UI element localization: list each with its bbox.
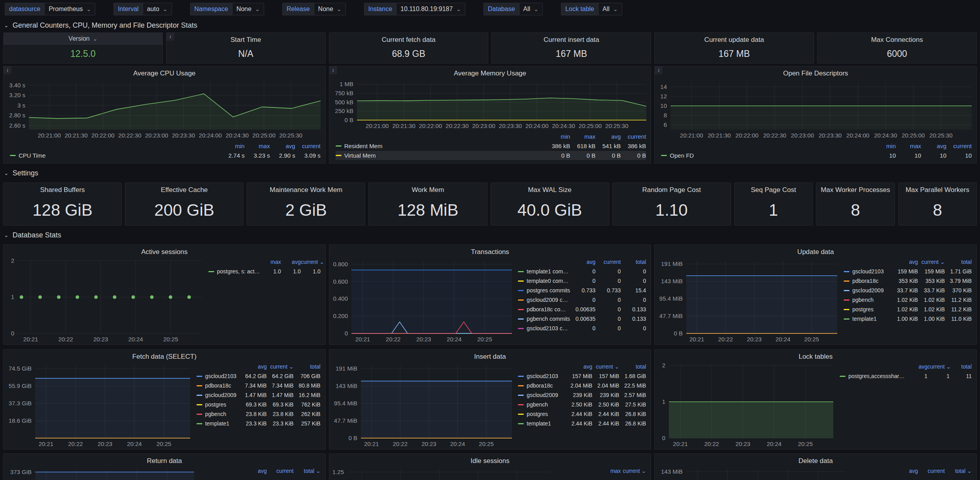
- legend-series-postgres[interactable]: postgres: [844, 305, 891, 314]
- legend-column-max[interactable]: max: [570, 132, 595, 141]
- legend-column-avg[interactable]: avg: [240, 362, 267, 371]
- info-icon[interactable]: i: [4, 66, 11, 74]
- idle-sessions-chart[interactable]: 1.2520:2120:2220:2320:2420:25: [329, 466, 556, 480]
- var-namespace-dropdown[interactable]: None⌄: [232, 3, 264, 15]
- legend-series-gscloud2103[interactable]: gscloud2103: [844, 267, 891, 276]
- legend-column-avg[interactable]: avg: [905, 362, 927, 371]
- legend-column-current[interactable]: current ⌄: [301, 258, 321, 267]
- legend-series-cpu-time[interactable]: CPU Time: [10, 151, 219, 160]
- legend-series-postgres-commits[interactable]: postgres commits: [518, 286, 570, 295]
- legend-series-postgres-s-active[interactable]: postgres, s: active: [208, 267, 261, 276]
- delete-data-chart[interactable]: 143 MiB20:2120:2220:2320:2420:25: [655, 466, 850, 480]
- legend-column-max[interactable]: max: [595, 467, 621, 476]
- legend-series-postgres-accesssharelock[interactable]: postgres,accesssharelock: [840, 372, 905, 381]
- legend-column-total[interactable]: total ⌄: [294, 467, 321, 476]
- legend-column-avg[interactable]: avg: [270, 141, 295, 151]
- legend-series-gscloud2009[interactable]: gscloud2009: [518, 391, 565, 400]
- row-header-settings[interactable]: ⌄ Settings: [0, 164, 980, 183]
- legend-column-avg[interactable]: avg: [565, 362, 592, 371]
- legend-series-gscloud2009-commits[interactable]: gscloud2009 commits: [518, 296, 570, 305]
- legend-series-pgbench[interactable]: pgbench: [844, 296, 891, 305]
- legend-column-current[interactable]: current ⌄: [927, 362, 950, 371]
- legend-column-current[interactable]: current: [918, 467, 945, 476]
- legend-column-avg[interactable]: avg: [891, 258, 918, 267]
- legend-column-total[interactable]: total: [950, 362, 972, 371]
- legend-series-template1-commits[interactable]: template1 commits: [518, 267, 570, 276]
- legend-column-min[interactable]: min: [870, 141, 896, 151]
- legend-series-gscloud2103[interactable]: gscloud2103: [518, 372, 565, 381]
- series-color-swatch: [518, 290, 524, 291]
- legend-series-template0-commits[interactable]: template0 commits: [518, 277, 570, 286]
- fetch-data-chart[interactable]: 18.6 GiB37.3 GiB55.9 GiB74.5 GiB20:2120:…: [4, 361, 195, 449]
- var-interval-dropdown[interactable]: auto⌄: [143, 3, 172, 15]
- legend-column-current[interactable]: current: [621, 132, 646, 141]
- memory-usage-chart[interactable]: 0 B250 kB500 kB750 kB1 MB20:21:0020:21:3…: [329, 78, 651, 131]
- info-icon[interactable]: i: [166, 33, 174, 41]
- legend-series-pdbora18c[interactable]: pdbora18c: [844, 277, 891, 286]
- legend-column-max[interactable]: max: [245, 141, 270, 151]
- legend-column-min[interactable]: min: [219, 141, 245, 151]
- update-data-chart[interactable]: 0 B47.7 MiB95.4 MiB143 MiB191 MiB20:2120…: [655, 257, 842, 344]
- legend-series-pdbora18c[interactable]: pdbora18c: [196, 381, 240, 390]
- legend-series-gscloud2103-commits[interactable]: gscloud2103 commits: [518, 324, 570, 333]
- legend-column-max[interactable]: max: [896, 141, 921, 151]
- info-icon[interactable]: i: [329, 66, 337, 74]
- var-instance-dropdown[interactable]: 10.110.80.19:9187⌄: [396, 3, 465, 15]
- legend-value: 262 KiB: [294, 410, 321, 419]
- legend-series-open-fd[interactable]: Open FD: [661, 151, 870, 160]
- legend-series-postgres[interactable]: postgres: [196, 400, 240, 409]
- legend-series-pgbench[interactable]: pgbench: [196, 410, 240, 419]
- legend-column-current[interactable]: current ⌄: [621, 467, 646, 476]
- legend-column-current[interactable]: current ⌄: [592, 362, 619, 371]
- var-lock-table-dropdown[interactable]: All⌄: [598, 3, 622, 15]
- cpu-usage-legend: minmaxavgcurrentCPU Time2.74 s3.23 s2.90…: [4, 141, 325, 163]
- legend-column-total[interactable]: total: [619, 362, 646, 371]
- return-data-chart[interactable]: 373 GiB20:2120:2220:2320:2420:25: [4, 466, 199, 480]
- legend-series-postgres[interactable]: postgres: [518, 410, 565, 419]
- legend-series-gscloud2009[interactable]: gscloud2009: [844, 286, 891, 295]
- legend-column-current[interactable]: current: [267, 467, 294, 476]
- insert-data-chart[interactable]: 0 B47.7 MiB95.4 MiB143 MiB191 MiB20:2120…: [329, 361, 517, 449]
- legend-series-virtual-mem[interactable]: Virtual Mem: [336, 151, 545, 160]
- legend-series-template1[interactable]: template1: [518, 419, 565, 428]
- transactions-chart[interactable]: 00.2000.4000.6000.80020:2120:2220:2320:2…: [329, 257, 517, 344]
- var-release-dropdown[interactable]: None⌄: [314, 3, 346, 15]
- legend-series-pgbench-commits[interactable]: pgbench commits: [518, 314, 570, 324]
- legend-column-current[interactable]: current ⌄: [918, 258, 945, 267]
- version-dropdown[interactable]: Version⌄: [4, 33, 162, 45]
- legend-column-avg[interactable]: avg: [570, 258, 595, 267]
- var-datasource-dropdown[interactable]: Prometheus⌄: [44, 3, 95, 15]
- legend-column-avg[interactable]: avg: [281, 258, 301, 267]
- legend-column-avg[interactable]: avg: [240, 467, 267, 476]
- active-sessions-chart[interactable]: 01220:2120:2220:2320:2420:25: [4, 257, 207, 344]
- cpu-usage-chart[interactable]: 2.60 s2.80 s3 s3.20 s3.40 s20:21:0020:21…: [4, 78, 325, 141]
- info-icon[interactable]: i: [655, 66, 663, 74]
- legend-series-gscloud2103[interactable]: gscloud2103: [196, 372, 240, 381]
- legend-column-max[interactable]: max: [261, 258, 281, 267]
- legend-column-current[interactable]: current: [295, 141, 321, 151]
- open-fd-chart[interactable]: 6810121420:21:0020:21:3020:22:0020:22:30…: [655, 78, 976, 141]
- legend-column-total[interactable]: total: [294, 362, 321, 371]
- legend-column-current[interactable]: current ⌄: [267, 362, 294, 371]
- legend-column-current[interactable]: current: [946, 141, 972, 151]
- legend-column-avg[interactable]: avg: [595, 132, 621, 141]
- legend-series-pdbora18c[interactable]: pdbora18c: [518, 381, 565, 390]
- legend-column-total[interactable]: total: [945, 258, 972, 267]
- var-database-dropdown[interactable]: All⌄: [519, 3, 543, 15]
- legend-column-avg[interactable]: avg: [921, 141, 946, 151]
- legend-column-avg[interactable]: avg: [891, 467, 918, 476]
- lock-tables-chart[interactable]: 01220:2120:2220:2320:2420:25: [655, 361, 838, 449]
- row-header-general[interactable]: ⌄ General Counters, CPU, Memory and File…: [0, 18, 980, 32]
- legend-series-template1[interactable]: template1: [196, 419, 240, 428]
- legend-column-min[interactable]: min: [545, 132, 570, 141]
- legend-column-total[interactable]: total ⌄: [945, 467, 972, 476]
- legend-series-pgbench[interactable]: pgbench: [518, 400, 565, 409]
- legend-series-template1[interactable]: template1: [844, 314, 891, 324]
- row-header-db-stats[interactable]: ⌄ Database Stats: [0, 226, 980, 245]
- legend-column-total[interactable]: total: [621, 258, 646, 267]
- legend-column-current[interactable]: current: [595, 258, 621, 267]
- legend-series-resident-mem[interactable]: Resident Mem: [336, 141, 545, 151]
- svg-text:20:22:30: 20:22:30: [118, 132, 141, 139]
- legend-series-pdbora18c-commits[interactable]: pdbora18c commits: [518, 305, 570, 314]
- legend-series-gscloud2009[interactable]: gscloud2009: [196, 391, 240, 400]
